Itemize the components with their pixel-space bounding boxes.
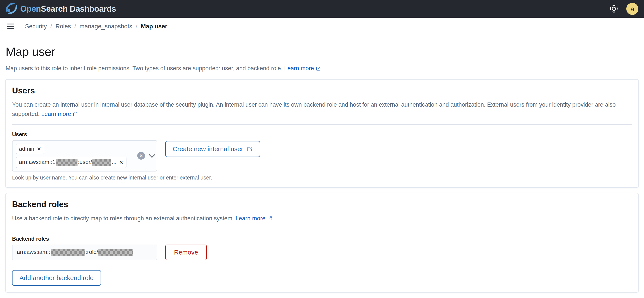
- user-pill-arn: arn:aws:iam::1:user/... ✕: [16, 157, 126, 168]
- learn-more-label: Learn more: [236, 214, 266, 223]
- opensearch-logo[interactable]: OpenSearch Dashboards: [6, 3, 116, 15]
- external-link-icon: [267, 216, 272, 221]
- remove-user-icon[interactable]: ✕: [37, 146, 41, 152]
- users-panel-description: You can create an internal user in inter…: [12, 100, 632, 119]
- opensearch-logo-text: OpenSearch Dashboards: [20, 4, 116, 14]
- breadcrumb-separator: /: [74, 23, 76, 30]
- page-title: Map user: [6, 45, 638, 59]
- breadcrumb: Security / Roles / manage_snapshots / Ma…: [25, 23, 167, 30]
- panel-divider: [12, 124, 632, 125]
- breadcrumb-bar: Security / Roles / manage_snapshots / Ma…: [0, 18, 644, 35]
- breadcrumb-current-map-user: Map user: [141, 23, 168, 30]
- users-panel-description-text: You can create an internal user in inter…: [12, 101, 616, 117]
- app-header: OpenSearch Dashboards a: [0, 0, 644, 18]
- breadcrumb-separator: /: [50, 23, 52, 30]
- user-pill-arn-label: arn:aws:iam::1:user/...: [19, 159, 116, 166]
- life-ring-icon: [610, 4, 618, 14]
- users-learn-more-link[interactable]: Learn more: [41, 109, 78, 119]
- backend-roles-field-label: Backend roles: [12, 236, 632, 242]
- page-subtitle-text: Map users to this role to inherit role p…: [6, 65, 282, 72]
- backend-roles-panel-title: Backend roles: [12, 200, 632, 209]
- backend-roles-description-text: Use a backend role to directly map to ro…: [12, 215, 234, 222]
- remove-backend-role-button[interactable]: Remove: [165, 245, 207, 260]
- remove-user-icon[interactable]: ✕: [119, 160, 124, 165]
- page-subtitle: Map users to this role to inherit role p…: [6, 65, 638, 72]
- learn-more-label: Learn more: [41, 109, 71, 119]
- external-link-icon: [73, 112, 78, 117]
- menu-hamburger-icon[interactable]: [5, 21, 16, 32]
- breadcrumb-separator: /: [136, 23, 138, 30]
- add-another-backend-role-button[interactable]: Add another backend role: [12, 270, 101, 286]
- users-panel-title: Users: [12, 86, 632, 95]
- users-panel: Users You can create an internal user in…: [5, 79, 639, 188]
- nav-divider: [20, 21, 20, 31]
- users-field-label: Users: [12, 131, 632, 137]
- help-menu-button[interactable]: [608, 4, 619, 14]
- backend-role-value: arn:aws:iam:::role/: [17, 249, 134, 256]
- users-combo-box[interactable]: admin ✕ arn:aws:iam::1:user/... ✕ ✕: [12, 140, 157, 171]
- chevron-down-icon[interactable]: [149, 152, 155, 158]
- combo-clear-all-icon[interactable]: ✕: [137, 152, 145, 160]
- page-learn-more-link[interactable]: Learn more: [284, 65, 321, 72]
- external-link-icon: [316, 66, 321, 71]
- opensearch-logo-icon: [6, 3, 17, 15]
- user-pill-admin-label: admin: [19, 145, 34, 152]
- user-avatar[interactable]: a: [626, 3, 638, 15]
- create-new-internal-user-label: Create new internal user: [173, 145, 243, 153]
- create-new-internal-user-button[interactable]: Create new internal user: [165, 141, 260, 157]
- learn-more-label: Learn more: [284, 65, 314, 72]
- backend-role-input[interactable]: arn:aws:iam:::role/: [12, 245, 157, 260]
- panel-divider: [12, 229, 632, 229]
- external-link-icon: [247, 146, 253, 152]
- backend-roles-panel: Backend roles Use a backend role to dire…: [5, 193, 639, 292]
- backend-roles-description: Use a backend role to directly map to ro…: [12, 214, 632, 223]
- breadcrumb-manage-snapshots[interactable]: manage_snapshots: [80, 23, 132, 30]
- users-help-text: Look up by user name. You can also creat…: [12, 175, 632, 181]
- user-pill-admin: admin ✕: [16, 143, 44, 154]
- breadcrumb-roles[interactable]: Roles: [56, 23, 71, 30]
- backend-learn-more-link[interactable]: Learn more: [236, 214, 272, 223]
- breadcrumb-security[interactable]: Security: [25, 23, 47, 30]
